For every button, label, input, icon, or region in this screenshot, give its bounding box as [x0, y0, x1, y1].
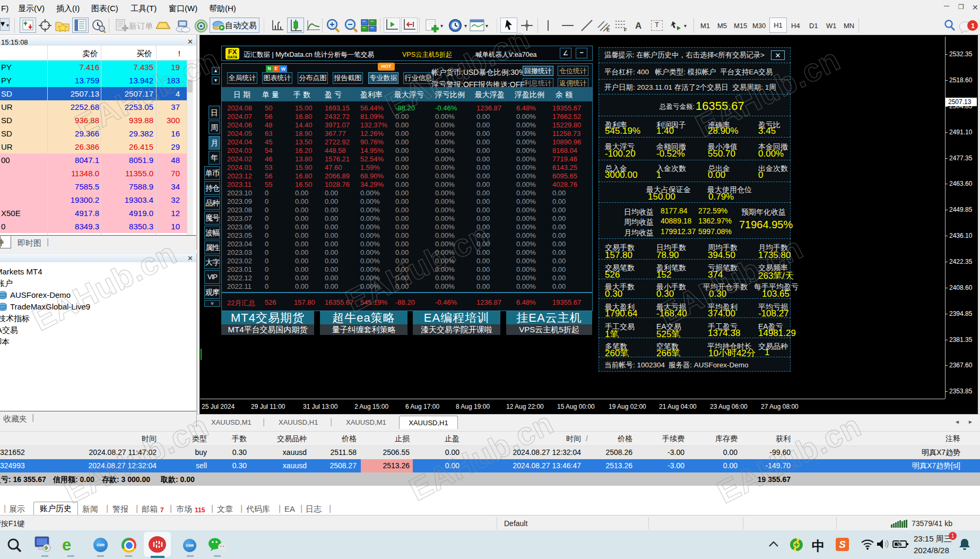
- svg-text:F: F: [624, 27, 627, 32]
- svg-text:E: E: [606, 27, 610, 32]
- svg-text:1: 1: [971, 22, 975, 30]
